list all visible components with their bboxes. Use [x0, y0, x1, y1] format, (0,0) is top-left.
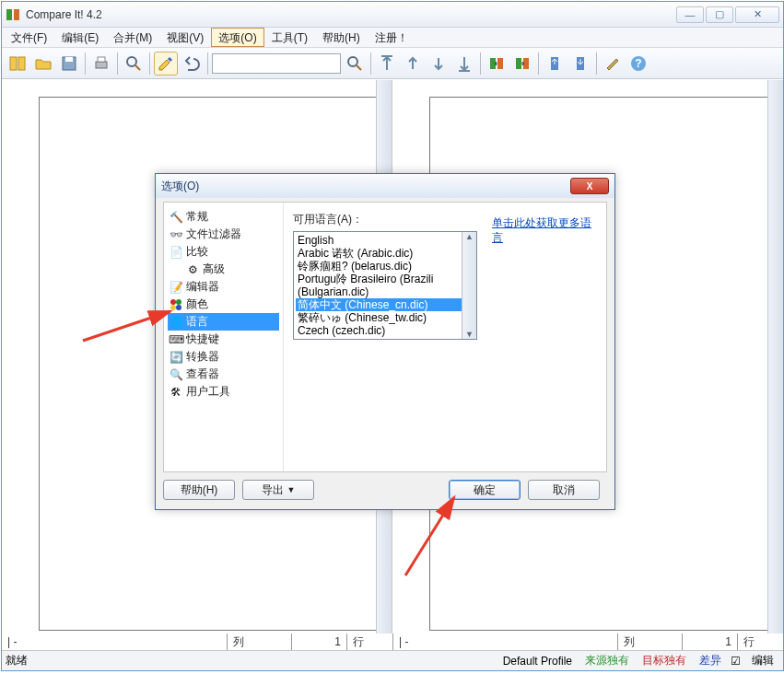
- converter-icon: 🔄: [170, 351, 182, 364]
- menu-options[interactable]: 选项(O): [211, 28, 263, 47]
- undo-icon[interactable]: [180, 52, 204, 76]
- open-icon[interactable]: [31, 52, 55, 76]
- search-icon[interactable]: [343, 52, 367, 76]
- menu-help[interactable]: 帮助(H): [315, 28, 368, 47]
- status-target-only: 目标独有: [637, 653, 692, 668]
- maximize-button[interactable]: ▢: [706, 6, 733, 23]
- hammer-icon: 🔨: [170, 211, 182, 224]
- export-button[interactable]: 导出▼: [242, 480, 314, 500]
- edit-icon[interactable]: [154, 52, 178, 76]
- menu-view[interactable]: 视图(V): [159, 28, 211, 47]
- svg-rect-3: [18, 57, 25, 70]
- prev-diff-icon[interactable]: [401, 52, 425, 76]
- language-option[interactable]: Portugu阾 Brasileiro (Brazili: [296, 273, 474, 285]
- cancel-button[interactable]: 取消: [528, 480, 600, 500]
- search-combo[interactable]: [212, 53, 341, 74]
- tree-item-compare[interactable]: 📄比较: [168, 243, 279, 261]
- toolbar-separator: [370, 52, 371, 75]
- copy-right-icon[interactable]: [510, 52, 534, 76]
- status-diff: 差异: [694, 653, 727, 668]
- ok-button[interactable]: 确定: [449, 480, 521, 500]
- titlebar: Compare It! 4.2 ― ▢ ✕: [2, 2, 783, 28]
- help-button[interactable]: 帮助(H): [163, 480, 235, 500]
- svg-text:?: ?: [635, 57, 641, 70]
- glasses-icon: 👓: [170, 228, 182, 241]
- menu-merge[interactable]: 合并(M): [106, 28, 159, 47]
- tree-item-usertools[interactable]: 🛠用户工具: [168, 383, 279, 401]
- bookmark-next-icon[interactable]: [568, 52, 592, 76]
- new-compare-icon[interactable]: [6, 52, 29, 76]
- minimize-button[interactable]: ―: [676, 6, 704, 23]
- tree-item-language[interactable]: 🌐语言: [168, 313, 279, 331]
- copy-left-icon[interactable]: [485, 52, 509, 76]
- svg-point-8: [127, 57, 136, 66]
- svg-point-25: [176, 305, 181, 310]
- dropdown-arrow-icon: ▼: [287, 485, 296, 494]
- last-diff-icon[interactable]: [452, 52, 476, 76]
- menu-bar: 文件(F) 编辑(E) 合并(M) 视图(V) 选项(O) 工具(T) 帮助(H…: [2, 28, 783, 48]
- col-value-left: 1: [334, 635, 341, 648]
- svg-rect-16: [516, 58, 521, 69]
- menu-edit[interactable]: 编辑(E): [54, 28, 106, 47]
- language-option[interactable]: English: [296, 234, 474, 247]
- language-listbox[interactable]: EnglishArabic 诺软 (Arabic.dic)铃豚痼粗? (bela…: [293, 231, 477, 340]
- svg-line-11: [357, 65, 361, 70]
- dialog-close-button[interactable]: X: [570, 178, 609, 194]
- menu-tools[interactable]: 工具(T): [264, 28, 315, 47]
- tools-icon: 🛠: [170, 386, 182, 399]
- dialog-titlebar: 选项(O) X: [156, 174, 614, 198]
- svg-point-24: [170, 305, 176, 310]
- menu-file[interactable]: 文件(F): [4, 28, 54, 47]
- get-more-languages-link[interactable]: 单击此处获取更多语言: [492, 215, 593, 245]
- toolbar-separator: [85, 52, 86, 75]
- svg-point-23: [176, 299, 181, 305]
- language-option[interactable]: Arabic 诺软 (Arabic.dic): [296, 247, 474, 260]
- svg-rect-1: [14, 9, 19, 20]
- svg-rect-15: [497, 58, 503, 69]
- options-tree[interactable]: 🔨常规 👓文件过滤器 📄比较 ⚙高级 📝编辑器 颜色 🌐语言 ⌨快捷键 🔄转换器…: [164, 203, 284, 471]
- first-diff-icon[interactable]: [375, 52, 399, 76]
- tree-item-general[interactable]: 🔨常规: [168, 208, 279, 226]
- options-icon[interactable]: [601, 52, 625, 76]
- language-option[interactable]: 铃豚痼粗? (belarus.dic): [296, 260, 474, 273]
- svg-rect-5: [65, 57, 73, 62]
- print-icon[interactable]: [89, 52, 113, 76]
- language-option[interactable]: 繁碎いゅ (Chinese_tw.dic): [296, 311, 474, 324]
- menu-register[interactable]: 注册！: [368, 28, 415, 47]
- tree-item-filters[interactable]: 👓文件过滤器: [168, 226, 279, 243]
- save-icon[interactable]: [57, 52, 81, 76]
- close-button[interactable]: ✕: [735, 6, 779, 23]
- colors-icon: [170, 298, 182, 311]
- right-scrollbar[interactable]: [767, 80, 783, 633]
- tree-item-converter[interactable]: 🔄转换器: [168, 348, 279, 366]
- language-option[interactable]: Deutsch (deutsch.dic): [296, 337, 474, 340]
- help-icon[interactable]: ?: [626, 52, 650, 76]
- toolbar-separator: [117, 52, 118, 75]
- language-option[interactable]: Czech (czech.dic): [296, 324, 474, 337]
- compare-icon: 📄: [170, 246, 182, 259]
- toolbar-separator: [596, 52, 597, 75]
- tree-item-colors[interactable]: 颜色: [168, 296, 279, 313]
- editor-icon: 📝: [170, 281, 182, 294]
- tree-item-viewer[interactable]: 🔍查看器: [168, 366, 279, 383]
- language-option[interactable]: (Bulgarian.dic): [296, 285, 474, 298]
- tree-item-advanced[interactable]: ⚙高级: [184, 261, 279, 278]
- bookmark-prev-icon[interactable]: [543, 52, 567, 76]
- window-buttons: ― ▢ ✕: [674, 6, 779, 23]
- find-icon[interactable]: [122, 52, 146, 76]
- toolbar-separator: [538, 52, 539, 75]
- viewer-icon: 🔍: [170, 368, 182, 381]
- window-title: Compare It! 4.2: [26, 8, 674, 21]
- ruler-bar: | - 列 1 行 | - 列 1 行: [2, 633, 783, 650]
- tree-item-shortcuts[interactable]: ⌨快捷键: [168, 331, 279, 348]
- row-label-right: 行: [743, 634, 755, 650]
- language-option[interactable]: 简体中文 (Chinese_cn.dic): [296, 298, 474, 311]
- globe-icon: 🌐: [170, 316, 182, 329]
- listbox-scrollbar[interactable]: [462, 232, 476, 339]
- tree-item-editor[interactable]: 📝编辑器: [168, 278, 279, 296]
- svg-rect-6: [96, 62, 107, 68]
- next-diff-icon[interactable]: [427, 52, 451, 76]
- status-edit: 编辑: [746, 653, 779, 668]
- status-checkbox[interactable]: ☑: [731, 655, 741, 668]
- dialog-title: 选项(O): [161, 179, 570, 194]
